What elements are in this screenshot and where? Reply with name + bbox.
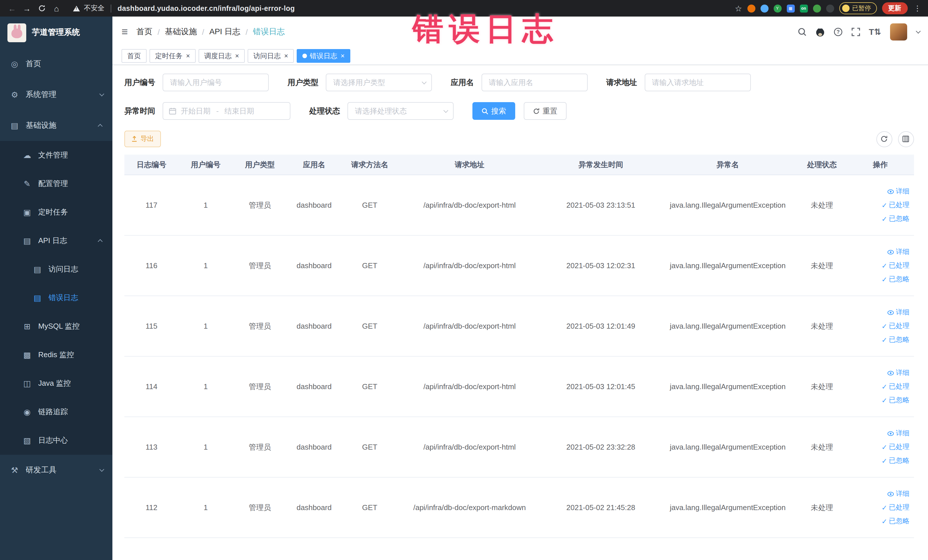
- processed-link-label: 已处理: [889, 382, 910, 391]
- request-url-input[interactable]: [644, 73, 751, 91]
- extension-icon-paw[interactable]: [826, 4, 834, 12]
- bookmark-star-icon[interactable]: ☆: [735, 4, 742, 13]
- sidebar-item-dev-tools[interactable]: ⚒ 研发工具: [0, 455, 112, 485]
- search-icon[interactable]: [798, 27, 807, 37]
- mark-processed-link[interactable]: ✓ 已处理: [882, 442, 910, 452]
- start-date-placeholder: 开始日期: [181, 106, 211, 116]
- database-icon: ⊞: [22, 322, 32, 331]
- fullscreen-icon[interactable]: [851, 27, 860, 37]
- extension-icon-leaf[interactable]: [813, 4, 821, 12]
- detail-link[interactable]: 详细: [887, 489, 910, 499]
- tab-error-log[interactable]: 错误日志 ×: [297, 49, 350, 63]
- breadcrumb-api-logs[interactable]: API 日志: [209, 27, 241, 37]
- refresh-button[interactable]: [876, 131, 892, 147]
- sidebar-item-label: 访问日志: [49, 264, 78, 275]
- sidebar-item-mysql-monitor[interactable]: ⊞ MySQL 监控: [0, 312, 112, 340]
- user-type-select[interactable]: 请选择用户类型: [326, 73, 432, 91]
- browser-menu-icon[interactable]: ⋮: [913, 4, 922, 12]
- breadcrumb-infrastructure[interactable]: 基础设施: [165, 27, 197, 37]
- breadcrumb-current: 错误日志: [253, 27, 285, 37]
- status-select[interactable]: 请选择处理状态: [348, 102, 453, 120]
- filter-label: 用户类型: [288, 77, 318, 88]
- avatar-dropdown-icon[interactable]: [916, 29, 920, 34]
- sidebar-item-java-monitor[interactable]: ◫ Java 监控: [0, 369, 112, 398]
- hamburger-icon[interactable]: ≡: [122, 26, 128, 38]
- column-header: 操作: [849, 155, 912, 175]
- mark-processed-link[interactable]: ✓ 已处理: [882, 382, 910, 391]
- sidebar-item-home[interactable]: ◎ 首页: [0, 49, 112, 79]
- cell-user-type: 管理员: [233, 236, 287, 296]
- search-button[interactable]: 搜索: [472, 102, 515, 120]
- paused-badge[interactable]: 已暂停: [839, 2, 877, 14]
- mark-ignored-link[interactable]: ✓ 已忽略: [882, 456, 910, 465]
- tab-access-log[interactable]: 访问日志 ×: [247, 49, 294, 63]
- sidebar-item-label: 系统管理: [26, 90, 56, 100]
- extension-icon-blue-drop[interactable]: [760, 4, 768, 12]
- forward-icon[interactable]: →: [21, 2, 33, 15]
- tab-scheduled-jobs[interactable]: 定时任务 ×: [150, 49, 196, 63]
- detail-link[interactable]: 详细: [887, 429, 910, 438]
- detail-link[interactable]: 详细: [887, 368, 910, 378]
- toolbar-right: [876, 131, 914, 147]
- address-bar[interactable]: 不安全 dashboard.yudao.iocoder.cn/infra/log…: [73, 3, 295, 13]
- sidebar-item-error-log[interactable]: ▤ 错误日志: [0, 284, 112, 312]
- sidebar-item-log-center[interactable]: ▧ 日志中心: [0, 426, 112, 455]
- detail-link[interactable]: 详细: [887, 308, 910, 317]
- mark-ignored-link[interactable]: ✓ 已忽略: [882, 275, 910, 284]
- mark-ignored-link[interactable]: ✓ 已忽略: [882, 335, 910, 345]
- cell-app-name: dashboard: [287, 175, 341, 235]
- tab-home[interactable]: 首页: [122, 49, 147, 63]
- avatar[interactable]: [890, 23, 907, 41]
- extension-icon-green-circle[interactable]: Y: [773, 4, 781, 12]
- mark-processed-link[interactable]: ✓ 已处理: [882, 321, 910, 331]
- app-logo[interactable]: 芋道管理系统: [0, 17, 112, 49]
- breadcrumb-home[interactable]: 首页: [136, 27, 152, 37]
- sidebar-item-system-mgmt[interactable]: ⚙ 系统管理: [0, 79, 112, 110]
- table-row: 115 1 管理员 dashboard GET /api/infra/db-do…: [124, 296, 914, 357]
- mark-processed-link[interactable]: ✓ 已处理: [882, 503, 910, 512]
- sidebar-item-api-logs[interactable]: ▤ API 日志: [0, 226, 112, 255]
- close-icon[interactable]: ×: [340, 52, 345, 60]
- help-icon[interactable]: ?: [833, 27, 843, 37]
- mark-ignored-link[interactable]: ✓ 已忽略: [882, 516, 910, 526]
- font-size-icon[interactable]: T⇅: [869, 27, 881, 37]
- breadcrumb-separator: /: [157, 27, 160, 37]
- github-icon[interactable]: [815, 27, 825, 37]
- reload-icon[interactable]: [35, 2, 48, 15]
- sidebar-item-config-mgmt[interactable]: ✎ 配置管理: [0, 169, 112, 198]
- extension-icon-grid[interactable]: ▦: [786, 4, 795, 12]
- reset-button[interactable]: 重置: [524, 102, 566, 120]
- sidebar-item-file-mgmt[interactable]: ☁ 文件管理: [0, 141, 112, 169]
- detail-link[interactable]: 详细: [887, 247, 910, 257]
- mark-ignored-link[interactable]: ✓ 已忽略: [882, 214, 910, 224]
- extension-icon-orange[interactable]: [747, 4, 755, 12]
- column-settings-button[interactable]: [898, 131, 914, 147]
- extension-icon-on-badge[interactable]: on: [800, 4, 807, 12]
- close-icon[interactable]: ×: [235, 52, 239, 60]
- sidebar-item-access-log[interactable]: ▤ 访问日志: [0, 255, 112, 284]
- column-header: 处理状态: [795, 155, 849, 175]
- user-id-input[interactable]: [163, 73, 269, 91]
- date-range-picker[interactable]: 开始日期 - 结束日期: [163, 102, 290, 120]
- app-name-input[interactable]: [481, 73, 588, 91]
- extension-on-label: on: [801, 6, 806, 10]
- sidebar-item-scheduled-jobs[interactable]: ▣ 定时任务: [0, 198, 112, 226]
- sidebar-item-infrastructure[interactable]: ▤ 基础设施: [0, 110, 112, 141]
- close-icon[interactable]: ×: [186, 52, 190, 60]
- mark-ignored-link[interactable]: ✓ 已忽略: [882, 395, 910, 405]
- tab-schedule-log[interactable]: 调度日志 ×: [198, 49, 245, 63]
- export-button[interactable]: 导出: [124, 131, 161, 147]
- close-icon[interactable]: ×: [284, 52, 288, 60]
- back-icon[interactable]: ←: [6, 2, 18, 15]
- detail-link[interactable]: 详细: [887, 186, 910, 196]
- mark-processed-link[interactable]: ✓ 已处理: [882, 200, 910, 210]
- sidebar-item-redis-monitor[interactable]: ▩ Redis 监控: [0, 340, 112, 369]
- filter-label: 用户编号: [124, 77, 155, 88]
- update-button[interactable]: 更新: [882, 2, 907, 14]
- sidebar-item-trace[interactable]: ◉ 链路追踪: [0, 398, 112, 426]
- filter-label: 请求地址: [606, 77, 637, 88]
- cell-user-type: 管理员: [233, 175, 287, 235]
- home-icon[interactable]: ⌂: [50, 2, 63, 15]
- mark-processed-link[interactable]: ✓ 已处理: [882, 261, 910, 270]
- check-icon: ✓: [882, 336, 887, 344]
